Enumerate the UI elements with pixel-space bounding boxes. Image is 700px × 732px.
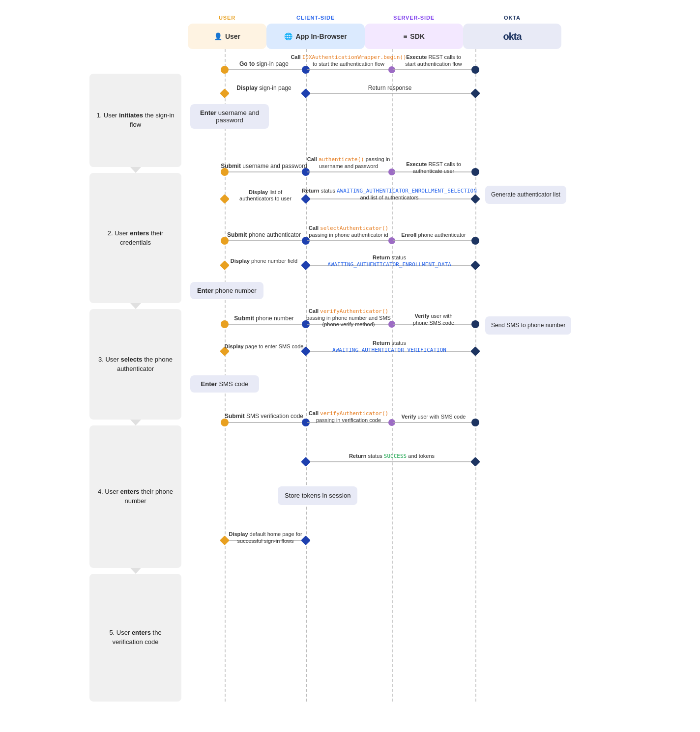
label-return-verify-status-1: Return status: [373, 340, 406, 346]
lane-box-user: 👤 User: [188, 24, 266, 49]
input-box-phone: Enter phone number: [190, 282, 263, 299]
step-5-number: 5. User: [109, 629, 132, 636]
label-verify-phone-2: phone SMS code: [413, 320, 454, 326]
label-verify-phone-1: Verify user with: [414, 313, 452, 319]
client-icon: 🌐: [284, 32, 292, 40]
note-generate-auth: Generate authenticator list: [485, 186, 566, 204]
label-return-auth-status-2: and list of authenticators: [360, 195, 419, 200]
lane-label-user: USER: [188, 15, 266, 24]
step-4-number: 4. User: [98, 488, 120, 495]
label-display-sms-1: Display page to enter SMS code: [225, 343, 304, 349]
label-return-response: Return response: [368, 84, 412, 91]
label-call-verify-phone-3: (phone verify method): [322, 321, 375, 327]
step-1-bold: initiates: [119, 112, 143, 119]
label-goto: Go to sign-in page: [239, 60, 289, 67]
label-submit-phone-auth: Submit phone authenticator: [227, 231, 301, 238]
step-5-bold: enters: [132, 629, 151, 636]
label-return-enroll-status-2: AWAITING_AUTHENTICATOR_ENROLLMENT_DATA: [327, 261, 451, 268]
label-call-verify-phone-2: passing in phone number and SMS: [306, 315, 391, 321]
label-submit-user: Submit username and password: [221, 163, 307, 169]
step-2-block: 2. User enters their credentials: [89, 173, 181, 303]
label-exec-auth-2: authenticate user: [413, 168, 455, 174]
step-1-number: 1. User: [96, 112, 119, 119]
note-send-sms: Send SMS to phone number: [485, 316, 571, 335]
lane-boxes: 👤 User 🌐 App In-Browser ≡ SDK okta: [188, 24, 611, 49]
vline-server: [392, 49, 393, 702]
lane-box-client: 🌐 App In-Browser: [266, 24, 365, 49]
label-exec-rest-1: Execute REST calls to: [406, 54, 461, 60]
label-call-verify-sms-1: Call verifyAuthenticator(): [309, 410, 388, 417]
lane-label-client: CLIENT-SIDE: [266, 15, 365, 24]
server-icon: ≡: [403, 32, 407, 40]
note-store-tokens: Store tokens in session: [278, 486, 357, 505]
label-return-auth-status-1: Return status AWAITING_AUTHENTICATOR_ENR…: [302, 188, 477, 194]
label-verify-sms: Verify user with SMS code: [402, 414, 466, 420]
step-3-block: 3. User selects the phone authenticator: [89, 309, 181, 420]
step-4-bold: enters: [120, 488, 139, 495]
label-exec-rest-2: start authentication flow: [405, 61, 462, 67]
lane-box-server: ≡ SDK: [365, 24, 463, 49]
vline-okta: [475, 49, 476, 702]
label-call-begin-1: Call IDXAuthenticationWrapper.begin(): [291, 54, 406, 60]
main-area: 1. User initiates the sign-in flow 2. Us…: [89, 49, 611, 702]
label-display-list-1: Display list of: [249, 189, 283, 195]
label-display-list-2: authenticators to user: [239, 196, 292, 201]
okta-logo: okta: [503, 31, 521, 42]
step-5-block: 5. User enters the verification code: [89, 574, 181, 702]
sequence-canvas: Go to sign-in page Call IDXAuthenticatio…: [185, 49, 611, 702]
input-box-sms: Enter SMS code: [190, 375, 259, 393]
label-call-auth-2: username and password: [319, 163, 378, 169]
label-display-signin: Display sign-in page: [236, 84, 292, 91]
step-3-number: 3. User: [98, 356, 121, 363]
label-enroll: Enroll phone authenticator: [401, 232, 466, 238]
diagram-container: USER CLIENT-SIDE SERVER-SIDE OKTA 👤 User…: [80, 0, 620, 721]
label-submit-phone: Submit phone number: [234, 315, 293, 322]
vline-client: [306, 49, 307, 702]
label-call-verify-sms-2: passing in verification code: [316, 417, 381, 423]
label-submit-sms: Submit SMS verification code: [225, 413, 303, 420]
label-return-verify-status-2: AWAITING_AUTHENTICATOR_VERIFICATION: [332, 347, 446, 353]
label-return-enroll-status-1: Return status: [373, 254, 406, 260]
step-3-bold: selects: [120, 356, 142, 363]
label-exec-auth-1: Execute REST calls to: [406, 161, 461, 167]
label-display-home-2: successful sign-in flows: [237, 538, 294, 544]
lane-box-okta: okta: [463, 24, 561, 49]
lanes-header: USER CLIENT-SIDE SERVER-SIDE OKTA: [188, 15, 611, 24]
label-call-select-2: passing in phone authenticator id: [309, 232, 388, 238]
label-call-auth-1: Call authenticate() passing in: [307, 156, 390, 163]
lane-label-server: SERVER-SIDE: [365, 15, 463, 24]
step-2-number: 2. User: [108, 229, 130, 237]
lane-label-okta: OKTA: [463, 15, 561, 24]
step-4-block: 4. User enters their phone number: [89, 425, 181, 568]
enter-label-3: Enter: [201, 380, 217, 388]
input-box-credentials: Enter username and password: [190, 104, 269, 129]
label-display-phone-field-1: Display phone number field: [231, 258, 297, 264]
step-1-block: 1. User initiates the sign-in flow: [89, 74, 181, 167]
user-icon: 👤: [214, 32, 222, 40]
label-call-begin-2: to start the authentication flow: [313, 61, 384, 67]
enter-label-1: Enter: [200, 109, 216, 116]
step-2-bold: enters: [130, 229, 149, 237]
label-call-verify-phone-1: Call verifyAuthenticator(): [309, 308, 388, 314]
label-call-select-1: Call selectAuthenticator(): [309, 225, 388, 231]
steps-sidebar: 1. User initiates the sign-in flow 2. Us…: [89, 49, 185, 702]
label-display-home-1: Display default home page for: [229, 531, 302, 537]
enter-label-2: Enter: [197, 287, 213, 294]
